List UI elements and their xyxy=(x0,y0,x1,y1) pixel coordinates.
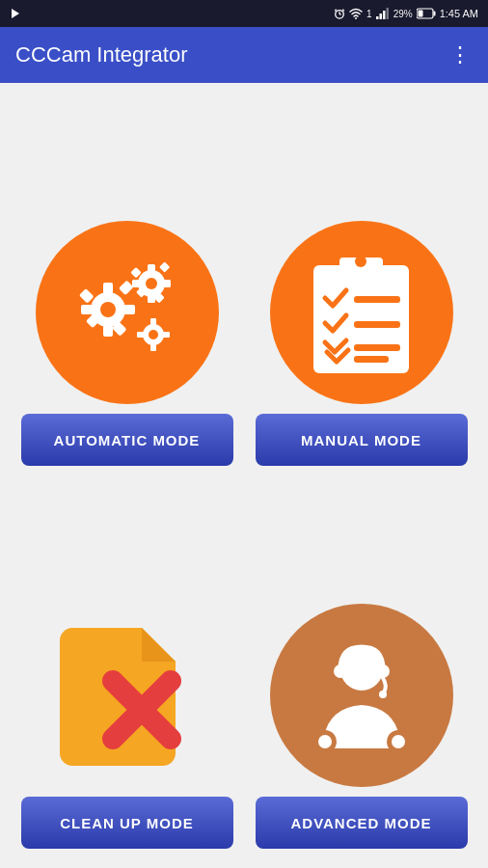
app-bar: CCCam Integrator ⋮ xyxy=(0,27,488,83)
card-cleanup: CLEAN UP MODE xyxy=(10,475,244,858)
alarm-icon xyxy=(334,8,345,19)
svg-marker-0 xyxy=(12,9,19,18)
svg-point-6 xyxy=(355,17,357,19)
technician-icon xyxy=(299,633,424,758)
play-icon xyxy=(10,8,21,19)
status-left xyxy=(10,8,21,19)
status-bar: 1 29% 1:45 AM xyxy=(0,0,488,27)
clipboard-icon xyxy=(306,248,417,378)
cleanup-mode-icon-bg xyxy=(36,604,219,787)
svg-point-55 xyxy=(318,735,332,748)
battery-text: 29% xyxy=(393,9,413,19)
card-manual: MANUAL MODE xyxy=(244,93,478,475)
sim-indicator: 1 xyxy=(366,9,372,19)
main-content: AUTOMATIC MODE xyxy=(0,83,488,868)
advanced-mode-icon-bg xyxy=(270,604,453,787)
svg-rect-8 xyxy=(379,14,382,19)
svg-rect-27 xyxy=(148,295,155,303)
svg-rect-19 xyxy=(81,305,93,314)
cleanup-icon xyxy=(36,604,219,787)
gears-icon xyxy=(65,259,190,366)
svg-rect-29 xyxy=(132,280,140,287)
time-display: 1:45 AM xyxy=(440,8,478,19)
svg-rect-38 xyxy=(163,332,170,338)
svg-rect-16 xyxy=(103,283,113,294)
svg-rect-20 xyxy=(119,281,134,296)
svg-rect-17 xyxy=(103,325,113,337)
card-automatic: AUTOMATIC MODE xyxy=(10,93,244,475)
svg-point-35 xyxy=(149,330,158,339)
svg-line-4 xyxy=(335,10,336,12)
svg-rect-37 xyxy=(150,344,156,351)
battery-icon xyxy=(417,8,436,19)
svg-rect-10 xyxy=(386,8,389,19)
svg-point-57 xyxy=(392,735,405,748)
svg-rect-45 xyxy=(354,344,400,351)
svg-rect-18 xyxy=(123,305,135,314)
svg-rect-13 xyxy=(418,11,422,17)
svg-rect-31 xyxy=(130,267,141,278)
svg-point-50 xyxy=(334,665,347,678)
wifi-icon xyxy=(349,8,363,19)
manual-mode-icon-bg xyxy=(270,221,453,404)
automatic-mode-icon-bg xyxy=(36,221,219,404)
automatic-mode-button[interactable]: AUTOMATIC MODE xyxy=(21,414,233,466)
menu-button[interactable]: ⋮ xyxy=(449,42,473,68)
advanced-mode-button[interactable]: ADVANCED MODE xyxy=(256,797,468,849)
svg-point-42 xyxy=(355,256,366,267)
svg-rect-46 xyxy=(354,356,389,363)
card-advanced: ADVANCED MODE xyxy=(244,475,478,858)
svg-rect-28 xyxy=(163,280,171,287)
svg-point-25 xyxy=(146,278,157,289)
svg-point-51 xyxy=(376,665,390,678)
manual-mode-button[interactable]: MANUAL MODE xyxy=(256,414,468,466)
svg-rect-12 xyxy=(433,12,435,16)
svg-rect-39 xyxy=(137,332,144,338)
cleanup-mode-button[interactable]: CLEAN UP MODE xyxy=(21,797,233,849)
svg-rect-44 xyxy=(354,321,400,328)
svg-rect-43 xyxy=(354,296,400,303)
svg-rect-26 xyxy=(148,264,155,272)
signal-icon xyxy=(376,8,390,19)
svg-rect-30 xyxy=(159,261,170,272)
svg-rect-7 xyxy=(376,16,379,19)
svg-line-5 xyxy=(342,10,343,12)
status-right: 1 29% 1:45 AM xyxy=(334,8,478,19)
svg-rect-9 xyxy=(383,11,386,19)
svg-rect-36 xyxy=(150,318,156,325)
app-title: CCCam Integrator xyxy=(15,42,188,68)
svg-point-52 xyxy=(379,691,387,698)
svg-rect-21 xyxy=(78,288,94,304)
svg-point-15 xyxy=(100,302,116,317)
